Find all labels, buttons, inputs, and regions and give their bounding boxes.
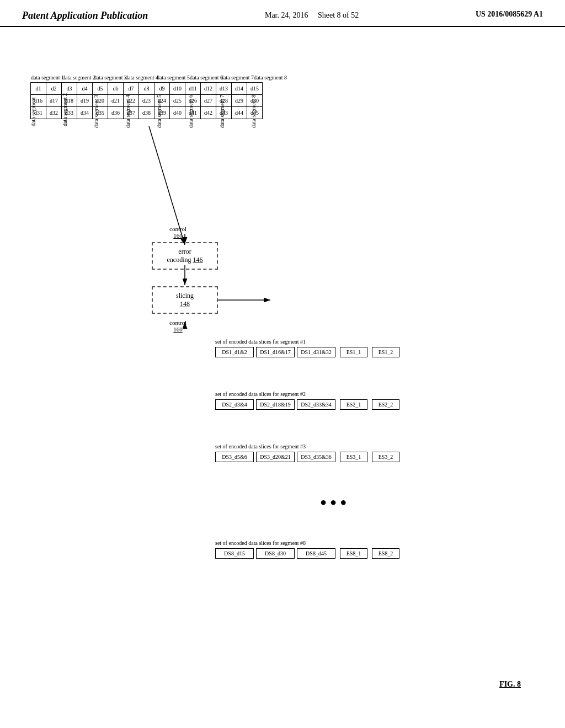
seg3-label: data segment 3 bbox=[94, 74, 127, 81]
error-encoding-box: error encoding 146 bbox=[152, 242, 218, 270]
set3-slice3: DS3_d35&36 bbox=[297, 452, 335, 462]
date-text: Mar. 24, 2016 bbox=[265, 11, 308, 19]
cell-d14: d14 bbox=[232, 83, 247, 95]
set1-es1: ES1_1 bbox=[340, 347, 367, 357]
seg4-vlabel: data segment 4 bbox=[125, 93, 131, 130]
set2-slice1: DS2_d3&4 bbox=[215, 399, 254, 410]
patent-number: US 2016/0085629 A1 bbox=[476, 10, 543, 19]
page-header: Patent Application Publication Mar. 24, … bbox=[0, 0, 565, 27]
encoded-set-8: set of encoded data slices for segment #… bbox=[215, 540, 399, 559]
set2-es1: ES2_1 bbox=[340, 399, 367, 410]
seg7-vlabel: data segment 7 bbox=[219, 93, 225, 130]
cell-d2: d2 bbox=[46, 83, 62, 95]
set8-label: set of encoded data slices for segment #… bbox=[215, 540, 399, 546]
error-encoding-number: encoding 146 bbox=[159, 256, 210, 264]
set2-es2: ES2_2 bbox=[372, 399, 399, 410]
control-top-label: control160 bbox=[169, 226, 186, 239]
cell-d8: d8 bbox=[139, 83, 154, 95]
set3-label: set of encoded data slices for segment #… bbox=[215, 443, 399, 449]
control-bottom-label: control160 bbox=[169, 319, 186, 333]
cell-d25: d25 bbox=[170, 95, 185, 107]
set8-es2: ES8_2 bbox=[372, 548, 399, 559]
set2-slice2: DS2_d18&19 bbox=[256, 399, 295, 410]
set1-slice3: DS1_d31&32 bbox=[297, 347, 335, 357]
header-center: Mar. 24, 2016 Sheet 8 of 52 bbox=[265, 10, 359, 21]
sheet-text: Sheet 8 of 52 bbox=[318, 11, 359, 19]
slicing-label: slicing bbox=[159, 292, 210, 300]
set2-slice3: DS2_d33&34 bbox=[297, 399, 335, 410]
seg3-vlabel: data segment 3 bbox=[93, 93, 99, 130]
seg2-vlabel: data segment 2 bbox=[62, 93, 68, 126]
seg7-label: data segment 7 bbox=[221, 74, 254, 81]
set2-label: set of encoded data slices for segment #… bbox=[215, 391, 399, 397]
cell-d44: d44 bbox=[232, 107, 247, 119]
cell-d36: d36 bbox=[108, 107, 124, 119]
set8-slices: DS8_d15 DS8_d30 DS8_d45 ES8_1 ES8_2 bbox=[215, 548, 399, 559]
set8-slice1: DS8_d15 bbox=[215, 548, 254, 559]
slicing-box: slicing 148 bbox=[152, 286, 218, 314]
cell-d10: d10 bbox=[170, 83, 185, 95]
cell-d4: d4 bbox=[77, 83, 93, 95]
encoded-set-3: set of encoded data slices for segment #… bbox=[215, 443, 399, 462]
cell-d21: d21 bbox=[108, 95, 124, 107]
encoded-set-1: set of encoded data slices for segment #… bbox=[215, 339, 399, 357]
seg2-label: data segment 2 bbox=[62, 74, 95, 81]
cell-d32: d32 bbox=[46, 107, 62, 119]
cell-d38: d38 bbox=[139, 107, 154, 119]
cell-d23: d23 bbox=[139, 95, 154, 107]
cell-d29: d29 bbox=[232, 95, 247, 107]
seg8-label: data segment 8 bbox=[254, 74, 287, 81]
cell-d12: d12 bbox=[201, 83, 216, 95]
slicing-number: 148 bbox=[159, 300, 210, 308]
seg1-label: data segment 1 bbox=[31, 74, 64, 81]
seg4-label: data segment 4 bbox=[125, 74, 158, 81]
publication-title: Patent Application Publication bbox=[22, 10, 148, 22]
ellipsis-dots: ●●● bbox=[320, 496, 350, 508]
arrows-overlay bbox=[0, 27, 565, 711]
cell-d27: d27 bbox=[201, 95, 216, 107]
seg5-label: data segment 5 bbox=[157, 74, 190, 81]
seg8-vlabel: data segment 8 bbox=[250, 93, 257, 130]
cell-d34: d34 bbox=[77, 107, 93, 119]
error-encoding-label: error bbox=[159, 248, 210, 256]
set1-es2: ES1_2 bbox=[372, 347, 399, 357]
fig-label: FIG. 8 bbox=[499, 680, 521, 689]
cell-d19: d19 bbox=[77, 95, 93, 107]
cell-d17: d17 bbox=[46, 95, 62, 107]
diagram-area: d1 d2 d3 d4 d5 d6 d7 d8 d9 d10 d11 d12 d… bbox=[0, 27, 565, 711]
encoded-set-2: set of encoded data slices for segment #… bbox=[215, 391, 399, 410]
seg5-vlabel: data segment 5 bbox=[156, 93, 162, 130]
seg6-label: data segment 6 bbox=[190, 74, 223, 81]
set8-slice3: DS8_d45 bbox=[297, 548, 335, 559]
set3-slice2: DS3_d20&21 bbox=[256, 452, 295, 462]
set3-slice1: DS3_d5&6 bbox=[215, 452, 254, 462]
cell-d6a: d6 bbox=[108, 83, 124, 95]
set1-label: set of encoded data slices for segment #… bbox=[215, 339, 399, 345]
cell-d40: d40 bbox=[170, 107, 185, 119]
set1-slices: DS1_d1&2 DS1_d16&17 DS1_d31&32 ES1_1 ES1… bbox=[215, 347, 399, 357]
set3-slices: DS3_d5&6 DS3_d20&21 DS3_d35&36 ES3_1 ES3… bbox=[215, 452, 399, 462]
seg6-vlabel: data segment 6 bbox=[188, 93, 194, 130]
set8-es1: ES8_1 bbox=[340, 548, 367, 559]
set8-slice2: DS8_d30 bbox=[256, 548, 295, 559]
seg1-vlabel: data segment 1 bbox=[30, 93, 36, 126]
set3-es2: ES3_2 bbox=[372, 452, 399, 462]
cell-d42: d42 bbox=[201, 107, 216, 119]
set1-slice1: DS1_d1&2 bbox=[215, 347, 254, 357]
set3-es1: ES3_1 bbox=[340, 452, 367, 462]
set2-slices: DS2_d3&4 DS2_d18&19 DS2_d33&34 ES2_1 ES2… bbox=[215, 399, 399, 410]
set1-slice2: DS1_d16&17 bbox=[256, 347, 295, 357]
